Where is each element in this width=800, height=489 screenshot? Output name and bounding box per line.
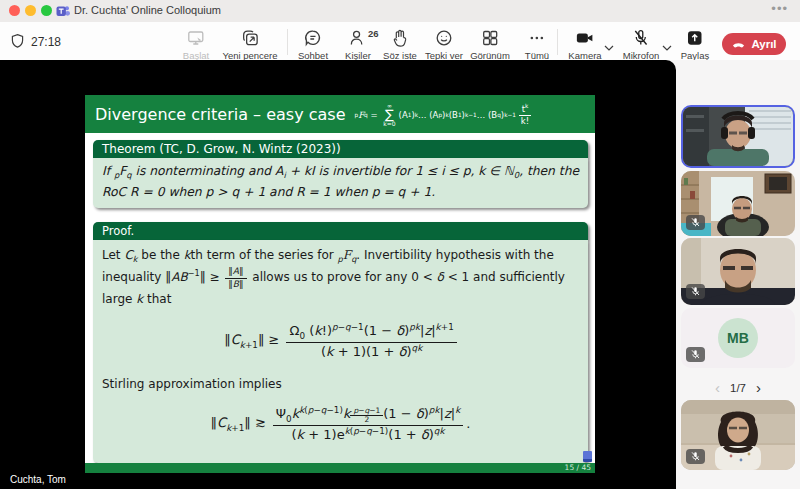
raised-hand-icon (390, 28, 410, 48)
slide-page-number: 15 / 45 (565, 463, 591, 473)
proof-body: Let Ck be the kth term of the series for… (93, 240, 588, 463)
video-tile-participant-2[interactable] (681, 171, 795, 236)
proof-header: Proof. (93, 222, 588, 240)
reactions-button[interactable]: Tepki ver (425, 28, 463, 61)
participants-count-badge: 26 (368, 28, 379, 39)
security-shield-icon (9, 32, 26, 54)
screen-start-icon (186, 28, 206, 48)
hangup-phone-icon (731, 37, 746, 52)
next-page-chevron[interactable]: › (756, 379, 761, 397)
view-button[interactable]: Görünüm (470, 28, 510, 61)
close-window-button[interactable] (9, 5, 20, 16)
smiley-icon (434, 28, 454, 48)
proof-paragraph: Let Ck be the kth term of the series for… (102, 244, 579, 309)
titlebar-more-options-button[interactable]: ••• (771, 1, 788, 16)
meeting-toolbar: 27:18 Başlat Yeni pencere (0, 22, 800, 60)
share-button[interactable]: Paylaş (681, 28, 710, 61)
microphone-button[interactable]: Mikrofon (623, 28, 659, 61)
display-formula-1: ‖Ck+1‖ ≥ Ω0 (k!)p−q−1(1 − δ)pk|z|k+1 (k … (102, 322, 579, 361)
muted-mic-badge (686, 449, 705, 464)
new-window-button[interactable]: Yeni pencere (222, 28, 277, 61)
presenter-name-label: Cuchta, Tom (10, 474, 66, 485)
meeting-timer: 27:18 (31, 35, 61, 49)
proof-text-stirling: Stirling approximation implies (102, 375, 579, 394)
share-screen-icon (686, 28, 704, 48)
theorem-body: If pFq is nonterminating and Ai + kI is … (93, 158, 588, 208)
previous-page-chevron[interactable]: ‹ (715, 379, 720, 397)
chat-button[interactable]: Sohbet (298, 28, 328, 61)
video-pagination: ‹ 1/7 › (681, 378, 795, 398)
microphone-muted-icon (631, 28, 651, 48)
toolbar-divider (287, 29, 288, 55)
participants-button[interactable]: 26 Kişiler (345, 28, 371, 61)
slide-footer-bar: 15 / 45 (85, 463, 595, 473)
meeting-stage: Divergence criteria – easy case pFq = ∞∑… (0, 60, 800, 489)
window-title: Dr. Cuchta' Online Colloquium (74, 4, 221, 16)
minimize-window-button[interactable] (25, 5, 36, 16)
slide-title-formula: pFq = ∞∑k=0(A1)k … (Ap)k(B1)k−1 … (Bq)k−… (355, 103, 532, 127)
window-titlebar: Dr. Cuchta' Online Colloquium ••• (0, 0, 800, 23)
grid-view-icon (480, 28, 500, 48)
participant-video-1 (683, 107, 793, 166)
leave-button-label: Ayrıl (751, 38, 776, 50)
pointer-marker (583, 451, 592, 462)
avatar: MB (718, 318, 758, 358)
muted-mic-badge (686, 347, 705, 362)
microphone-options-chevron[interactable] (662, 37, 672, 55)
theorem-block: Theorem (TC, D. Grow, N. Wintz (2023)) I… (93, 140, 588, 208)
leave-meeting-button[interactable]: Ayrıl (722, 33, 786, 55)
proof-block: Proof. Let Ck be the kth term of the ser… (93, 222, 588, 463)
toolbar-divider (557, 29, 558, 55)
display-formula-2: ‖Ck+1‖ ≳ Ψ0kk(p−q−1)kp−q−12(1 − δ)pk|z|k… (102, 405, 579, 444)
new-window-icon (240, 28, 260, 48)
page-indicator: 1/7 (730, 382, 746, 394)
presentation-slide: Divergence criteria – easy case pFq = ∞∑… (85, 95, 595, 473)
participants-sidebar: MB ‹ 1/7 › (676, 60, 800, 489)
camera-icon (574, 28, 595, 48)
more-actions-button[interactable]: Tümü (525, 28, 549, 61)
zoom-window-button[interactable] (41, 5, 52, 16)
teams-logo-icon (56, 4, 70, 22)
video-tile-participant-3[interactable] (681, 238, 795, 305)
camera-options-chevron[interactable] (604, 37, 614, 55)
video-tile-participant-mb[interactable]: MB (681, 308, 795, 368)
raise-hand-button[interactable]: Söz iste (383, 28, 417, 61)
shared-screen-area: Divergence criteria – easy case pFq = ∞∑… (0, 60, 676, 489)
chat-bubble-icon (303, 28, 323, 48)
video-tile-participant-5[interactable] (681, 400, 795, 470)
start-recording-button: Başlat (183, 28, 209, 61)
slide-title-bar: Divergence criteria – easy case pFq = ∞∑… (85, 95, 595, 133)
participants-icon: 26 (348, 28, 368, 48)
slide-title: Divergence criteria – easy case (95, 105, 346, 124)
camera-button[interactable]: Kamera (568, 28, 601, 61)
ellipsis-icon (527, 28, 547, 48)
video-tile-active-speaker[interactable] (681, 105, 795, 168)
muted-mic-badge (686, 284, 705, 299)
muted-mic-badge (686, 215, 705, 230)
theorem-header: Theorem (TC, D. Grow, N. Wintz (2023)) (93, 140, 588, 158)
